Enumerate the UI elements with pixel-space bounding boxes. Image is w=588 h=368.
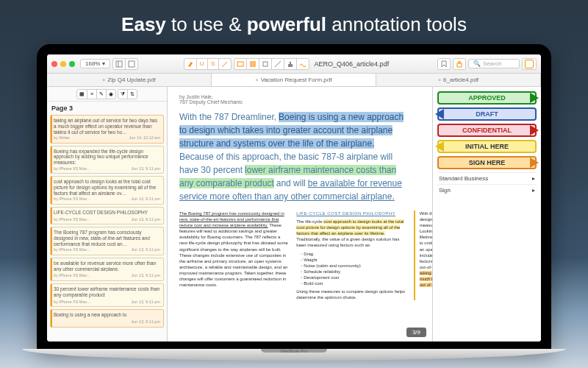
bookmark-button[interactable]	[437, 58, 451, 70]
annotation-item[interactable]: The Boeing 787 program has consciously d…	[50, 227, 164, 255]
minimize-window-button[interactable]	[60, 61, 66, 67]
svg-rect-5	[263, 62, 268, 66]
list-item: Build cost	[301, 280, 406, 286]
annotation-item[interactable]: Boeing is using a new approach toJun 13,…	[50, 309, 164, 327]
list-item: Weight	[301, 257, 406, 263]
page-section-label: Page 3	[47, 102, 167, 115]
document-tabs: ×Zip Q4 Update.pdf ×Vacation Request For…	[47, 74, 541, 87]
annotation-item[interactable]: taking an airplane out of service for tw…	[50, 115, 164, 144]
document-title: AERO_Q406_article4.pdf	[315, 60, 390, 68]
sidebar-filter-button[interactable]: ⧩	[118, 89, 128, 99]
lead-paragraph: With the 787 Dreamliner, Boeing is using…	[179, 110, 407, 203]
annotation-item[interactable]: 30 percent lower airframe maintenance co…	[50, 283, 164, 307]
svg-line-6	[275, 61, 281, 67]
list-item: Drag	[301, 251, 406, 257]
tab-1[interactable]: ×Vacation Request Form.pdf	[212, 74, 376, 86]
underline-tool-button[interactable]: U	[196, 58, 208, 70]
fullscreen-window-button[interactable]	[69, 61, 75, 67]
annotation-item[interactable]: Boeing has expanded the life-cycle desig…	[50, 146, 164, 174]
svg-rect-2	[129, 61, 135, 67]
close-tab-icon[interactable]: ×	[438, 77, 441, 82]
list-item: Development cost	[301, 275, 406, 280]
tab-2[interactable]: ×6_article4.pdf	[376, 74, 541, 86]
sidebar-view-thumbnails-button[interactable]: ▦	[76, 89, 87, 99]
annotation-item[interactable]: cost approach to design looks at the tot…	[50, 176, 164, 205]
stamp-draft[interactable]: DRAFT	[437, 107, 537, 121]
annotation-item[interactable]: be available for revenue service more of…	[50, 258, 164, 281]
list-item: Schedule reliability	[301, 269, 406, 275]
laptop-label: MacBook Pro	[0, 349, 588, 353]
column-1: The Boeing 787 program has consciously d…	[179, 210, 289, 300]
line-tool-button[interactable]	[271, 58, 284, 70]
strikethrough-tool-button[interactable]: S	[207, 58, 219, 70]
stamp-initial-here[interactable]: INITIAL HERE	[437, 140, 537, 153]
sidebar-view-bookmarks-button[interactable]: ◉	[106, 89, 116, 99]
tab-0[interactable]: ×Zip Q4 Update.pdf	[47, 74, 212, 86]
list-item: Noise (cabin and community)	[301, 263, 406, 269]
chevron-right-icon: ▸	[532, 187, 535, 194]
stamp-category-standard[interactable]: Standard Business▸	[437, 172, 537, 184]
laptop-frame: 168% ▾ U S	[37, 44, 551, 361]
document-viewport[interactable]: by Justin Hale,787 Deputy Chief Mechanic…	[168, 87, 541, 342]
pen-tool-button[interactable]	[218, 58, 232, 70]
view-mode-button[interactable]	[125, 58, 138, 70]
chevron-right-icon: ▸	[532, 175, 535, 182]
stamp-category-sign[interactable]: Sign▸	[437, 184, 537, 196]
sidebar-sort-button[interactable]: ⇅	[127, 89, 137, 99]
svg-rect-3	[237, 62, 243, 66]
page-indicator: 3/9	[406, 328, 426, 337]
stamp-approved[interactable]: APPROVED	[437, 91, 537, 105]
search-input[interactable]: 🔍 Search	[468, 59, 520, 68]
shape-tool-button[interactable]	[259, 58, 272, 70]
note-tool-button[interactable]	[246, 58, 259, 70]
close-tab-icon[interactable]: ×	[256, 77, 259, 82]
highlight-tool-button[interactable]	[184, 58, 197, 70]
stamp-sign-here[interactable]: SIGN HERE	[437, 156, 537, 169]
zoom-level[interactable]: 168% ▾	[80, 59, 110, 68]
app-window: 168% ▾ U S	[47, 54, 541, 342]
annotation-item[interactable]: LIFE-CYCLE COST DESIGN PHILOSOPHYby iPho…	[50, 207, 164, 224]
svg-rect-7	[288, 64, 293, 67]
svg-rect-0	[116, 61, 122, 67]
annotations-sidebar: ▦ ≡ ✎ ◉ ⧩ ⇅ Page 3 taking an airplane	[47, 87, 168, 342]
svg-rect-4	[250, 61, 256, 67]
search-icon: 🔍	[473, 60, 481, 67]
signature-tool-button[interactable]	[296, 58, 309, 70]
text-box-tool-button[interactable]	[234, 58, 247, 70]
toolbar: 168% ▾ U S	[47, 54, 541, 74]
sidebar-view-outline-button[interactable]: ≡	[87, 89, 97, 99]
stamps-panel-button[interactable]	[522, 58, 537, 70]
close-tab-icon[interactable]: ×	[102, 77, 105, 82]
hero-headline: Easy to use & powerful annotation tools	[0, 13, 588, 36]
share-button[interactable]	[453, 58, 466, 70]
sidebar-view-annotations-button[interactable]: ✎	[96, 89, 107, 99]
stamp-tool-button[interactable]	[284, 58, 297, 70]
sidebar-toggle-button[interactable]	[112, 58, 126, 70]
window-controls	[51, 61, 75, 67]
stamps-panel: APPROVED DRAFT CONFIDENTIAL INITIAL HERE…	[432, 87, 541, 342]
stamp-confidential[interactable]: CONFIDENTIAL	[437, 124, 537, 137]
column-2: LIFE-CYCLE COST DESIGN PHILOSOPHY The li…	[296, 210, 406, 300]
close-window-button[interactable]	[51, 61, 57, 67]
